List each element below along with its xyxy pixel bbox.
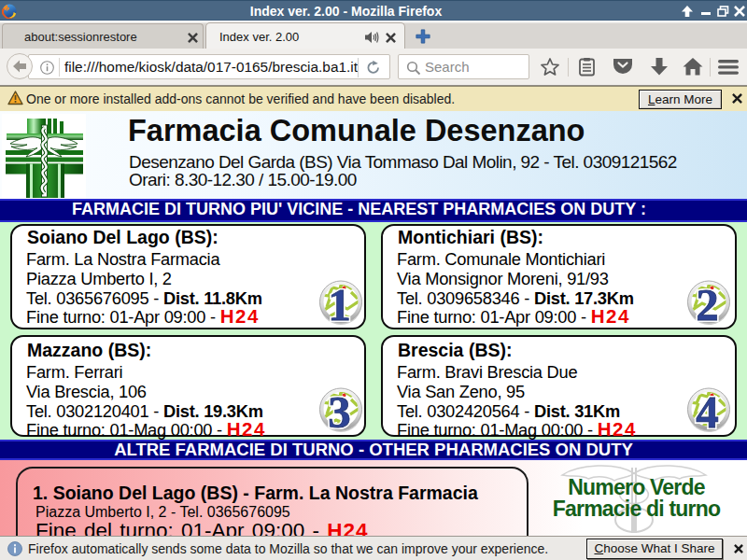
svg-text:2: 2: [696, 280, 719, 326]
svg-text:1: 1: [328, 280, 351, 326]
svg-text:4: 4: [696, 387, 719, 433]
svg-text:3: 3: [328, 387, 351, 433]
